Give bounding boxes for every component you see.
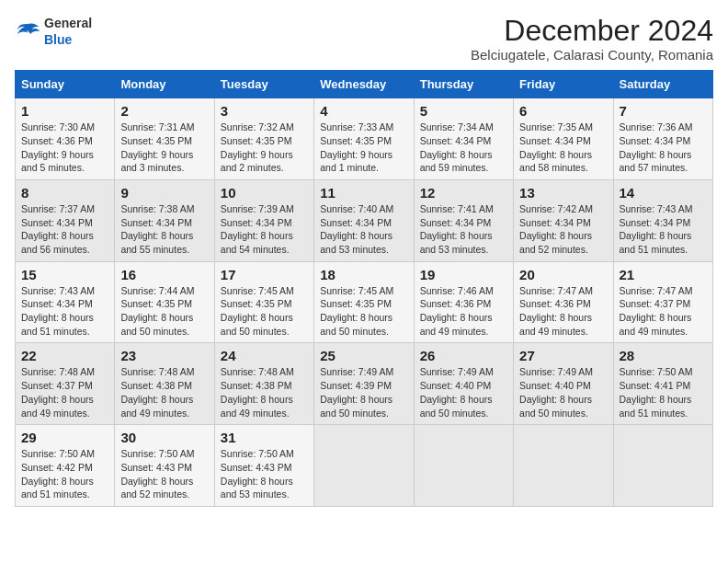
calendar-cell: 24Sunrise: 7:48 AM Sunset: 4:38 PM Dayli…	[214, 343, 313, 425]
day-info: Sunrise: 7:34 AM Sunset: 4:34 PM Dayligh…	[420, 121, 507, 175]
calendar-cell: 6Sunrise: 7:35 AM Sunset: 4:34 PM Daylig…	[514, 98, 613, 180]
day-number: 18	[320, 267, 407, 282]
header-row: SundayMondayTuesdayWednesdayThursdayFrid…	[16, 71, 713, 98]
calendar-cell: 9Sunrise: 7:38 AM Sunset: 4:34 PM Daylig…	[115, 179, 214, 261]
day-number: 5	[420, 103, 507, 119]
day-number: 9	[120, 185, 208, 201]
day-info: Sunrise: 7:48 AM Sunset: 4:37 PM Dayligh…	[21, 365, 108, 419]
day-info: Sunrise: 7:42 AM Sunset: 4:34 PM Dayligh…	[519, 202, 607, 257]
logo-blue: Blue	[44, 32, 72, 47]
day-number: 23	[120, 348, 208, 363]
day-info: Sunrise: 7:45 AM Sunset: 4:35 PM Dayligh…	[320, 284, 407, 339]
day-info: Sunrise: 7:32 AM Sunset: 4:35 PM Dayligh…	[221, 121, 308, 175]
day-info: Sunrise: 7:40 AM Sunset: 4:34 PM Dayligh…	[320, 202, 407, 257]
calendar-cell: 5Sunrise: 7:34 AM Sunset: 4:34 PM Daylig…	[414, 98, 513, 180]
page-header: General Blue December 2024 Belciugatele,…	[15, 15, 713, 63]
day-info: Sunrise: 7:50 AM Sunset: 4:43 PM Dayligh…	[221, 447, 308, 501]
calendar-cell: 31Sunrise: 7:50 AM Sunset: 4:43 PM Dayli…	[214, 425, 313, 507]
day-info: Sunrise: 7:35 AM Sunset: 4:34 PM Dayligh…	[519, 121, 607, 175]
calendar-cell	[613, 425, 712, 507]
day-number: 14	[620, 185, 707, 201]
header-cell-tuesday: Tuesday	[214, 71, 313, 98]
calendar-cell: 19Sunrise: 7:46 AM Sunset: 4:36 PM Dayli…	[414, 261, 513, 343]
title-block: December 2024 Belciugatele, Calarasi Cou…	[471, 15, 713, 63]
day-info: Sunrise: 7:50 AM Sunset: 4:41 PM Dayligh…	[620, 365, 707, 419]
day-number: 12	[420, 185, 507, 201]
day-number: 21	[620, 267, 707, 282]
day-info: Sunrise: 7:37 AM Sunset: 4:34 PM Dayligh…	[21, 202, 108, 257]
calendar-cell: 8Sunrise: 7:37 AM Sunset: 4:34 PM Daylig…	[16, 179, 115, 261]
page-title: December 2024	[471, 15, 713, 47]
calendar-cell	[414, 425, 513, 507]
week-row-4: 22Sunrise: 7:48 AM Sunset: 4:37 PM Dayli…	[16, 343, 713, 425]
calendar-cell: 18Sunrise: 7:45 AM Sunset: 4:35 PM Dayli…	[314, 261, 414, 343]
day-number: 22	[21, 348, 108, 363]
day-info: Sunrise: 7:33 AM Sunset: 4:35 PM Dayligh…	[320, 121, 407, 175]
day-number: 8	[21, 185, 108, 201]
day-info: Sunrise: 7:48 AM Sunset: 4:38 PM Dayligh…	[221, 365, 308, 419]
day-number: 1	[21, 103, 108, 119]
header-cell-friday: Friday	[514, 71, 613, 98]
day-number: 28	[620, 348, 707, 363]
day-number: 17	[221, 267, 308, 282]
day-number: 24	[221, 348, 308, 363]
day-number: 15	[21, 267, 108, 282]
logo-text: General Blue	[44, 15, 92, 48]
calendar-cell: 25Sunrise: 7:49 AM Sunset: 4:39 PM Dayli…	[314, 343, 414, 425]
day-number: 16	[120, 267, 208, 282]
calendar-cell: 1Sunrise: 7:30 AM Sunset: 4:36 PM Daylig…	[16, 98, 115, 180]
logo: General Blue	[15, 15, 92, 48]
calendar-cell: 4Sunrise: 7:33 AM Sunset: 4:35 PM Daylig…	[314, 98, 414, 180]
header-cell-monday: Monday	[115, 71, 214, 98]
logo-general: General	[44, 16, 92, 30]
header-cell-wednesday: Wednesday	[314, 71, 414, 98]
day-info: Sunrise: 7:47 AM Sunset: 4:36 PM Dayligh…	[519, 284, 607, 339]
day-number: 6	[519, 103, 607, 119]
day-number: 31	[221, 430, 308, 445]
week-row-3: 15Sunrise: 7:43 AM Sunset: 4:34 PM Dayli…	[16, 261, 713, 343]
day-number: 19	[420, 267, 507, 282]
calendar-cell	[514, 425, 613, 507]
day-info: Sunrise: 7:48 AM Sunset: 4:38 PM Dayligh…	[120, 365, 208, 419]
calendar-cell: 29Sunrise: 7:50 AM Sunset: 4:42 PM Dayli…	[16, 425, 115, 507]
calendar-cell: 10Sunrise: 7:39 AM Sunset: 4:34 PM Dayli…	[214, 179, 313, 261]
logo-bird-icon	[15, 21, 40, 41]
header-cell-sunday: Sunday	[16, 71, 115, 98]
calendar-cell: 28Sunrise: 7:50 AM Sunset: 4:41 PM Dayli…	[613, 343, 712, 425]
day-number: 13	[519, 185, 607, 201]
day-number: 30	[120, 430, 208, 445]
calendar-cell: 16Sunrise: 7:44 AM Sunset: 4:35 PM Dayli…	[115, 261, 214, 343]
day-info: Sunrise: 7:31 AM Sunset: 4:35 PM Dayligh…	[120, 121, 208, 175]
calendar-cell: 12Sunrise: 7:41 AM Sunset: 4:34 PM Dayli…	[414, 179, 513, 261]
day-number: 25	[320, 348, 407, 363]
day-number: 4	[320, 103, 407, 119]
calendar-cell: 20Sunrise: 7:47 AM Sunset: 4:36 PM Dayli…	[514, 261, 613, 343]
day-info: Sunrise: 7:36 AM Sunset: 4:34 PM Dayligh…	[620, 121, 707, 175]
calendar-header: SundayMondayTuesdayWednesdayThursdayFrid…	[16, 71, 713, 98]
calendar-cell: 26Sunrise: 7:49 AM Sunset: 4:40 PM Dayli…	[414, 343, 513, 425]
day-number: 11	[320, 185, 407, 201]
day-info: Sunrise: 7:50 AM Sunset: 4:42 PM Dayligh…	[21, 447, 108, 501]
day-number: 29	[21, 430, 108, 445]
day-info: Sunrise: 7:45 AM Sunset: 4:35 PM Dayligh…	[221, 284, 308, 339]
calendar-cell: 7Sunrise: 7:36 AM Sunset: 4:34 PM Daylig…	[613, 98, 712, 180]
week-row-2: 8Sunrise: 7:37 AM Sunset: 4:34 PM Daylig…	[16, 179, 713, 261]
calendar-cell	[314, 425, 414, 507]
day-info: Sunrise: 7:44 AM Sunset: 4:35 PM Dayligh…	[120, 284, 208, 339]
calendar-cell: 23Sunrise: 7:48 AM Sunset: 4:38 PM Dayli…	[115, 343, 214, 425]
calendar-cell: 21Sunrise: 7:47 AM Sunset: 4:37 PM Dayli…	[613, 261, 712, 343]
day-number: 3	[221, 103, 308, 119]
day-number: 2	[120, 103, 208, 119]
day-info: Sunrise: 7:46 AM Sunset: 4:36 PM Dayligh…	[420, 284, 507, 339]
calendar-cell: 15Sunrise: 7:43 AM Sunset: 4:34 PM Dayli…	[16, 261, 115, 343]
calendar-cell: 30Sunrise: 7:50 AM Sunset: 4:43 PM Dayli…	[115, 425, 214, 507]
header-cell-saturday: Saturday	[613, 71, 712, 98]
calendar-cell: 13Sunrise: 7:42 AM Sunset: 4:34 PM Dayli…	[514, 179, 613, 261]
day-number: 20	[519, 267, 607, 282]
day-number: 7	[620, 103, 707, 119]
page-subtitle: Belciugatele, Calarasi County, Romania	[471, 47, 713, 63]
calendar-cell: 3Sunrise: 7:32 AM Sunset: 4:35 PM Daylig…	[214, 98, 313, 180]
header-cell-thursday: Thursday	[414, 71, 513, 98]
day-info: Sunrise: 7:49 AM Sunset: 4:40 PM Dayligh…	[420, 365, 507, 419]
calendar-cell: 11Sunrise: 7:40 AM Sunset: 4:34 PM Dayli…	[314, 179, 414, 261]
